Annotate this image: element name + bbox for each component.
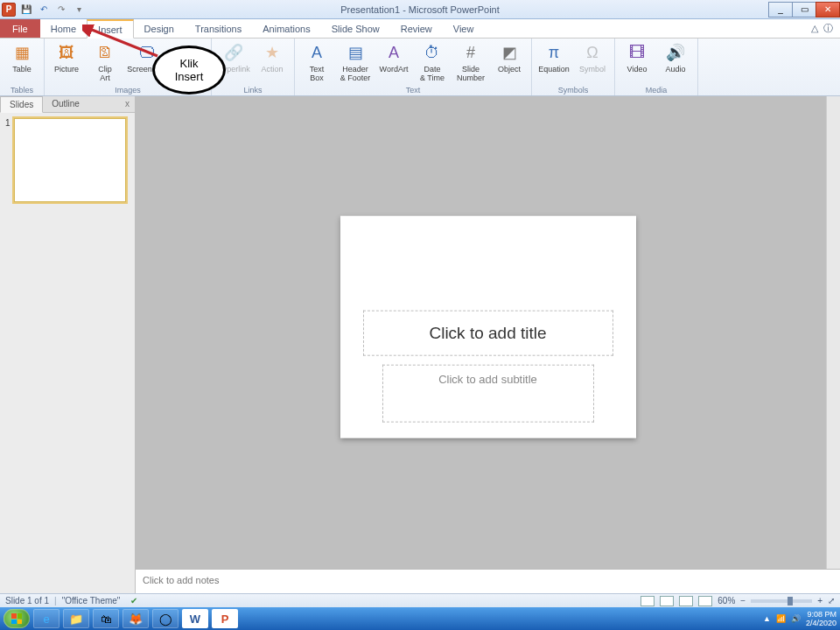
outline-tab[interactable]: Outline xyxy=(43,96,88,112)
taskbar-chrome[interactable]: ◯ xyxy=(152,609,178,628)
date-time-icon: ⏱ xyxy=(420,42,444,63)
object-button[interactable]: ◩ Object xyxy=(491,40,528,74)
picture-icon: 🖼 xyxy=(54,42,79,63)
tab-view[interactable]: View xyxy=(443,19,485,38)
fit-to-window-button[interactable]: ⤢ xyxy=(828,596,835,606)
taskbar-powerpoint[interactable]: P xyxy=(212,609,238,628)
tab-home[interactable]: Home xyxy=(40,19,87,38)
audio-icon: 🔊 xyxy=(663,42,688,63)
group-symbols: π Equation Ω Symbol Symbols xyxy=(532,38,615,95)
quick-access-toolbar: P 💾 ↶ ↷ ▾ xyxy=(0,3,86,17)
group-label-text: Text xyxy=(295,86,531,95)
textbox-icon: A xyxy=(304,42,329,63)
group-media: 🎞 Video 🔊 Audio Media xyxy=(615,38,698,95)
taskbar-explorer[interactable]: 📁 xyxy=(63,609,89,628)
textbox-button[interactable]: A Text Box xyxy=(298,40,335,82)
slide-canvas[interactable]: Click to add title Click to add subtitle xyxy=(340,216,636,438)
table-button[interactable]: ▦ Table xyxy=(4,40,40,74)
notes-pane[interactable]: Click to add notes xyxy=(136,569,840,593)
wordart-icon: A xyxy=(382,42,406,63)
action-icon: ★ xyxy=(260,42,284,63)
tab-slide-show[interactable]: Slide Show xyxy=(321,19,390,38)
tray-clock[interactable]: 9:08 PM 2/4/2020 xyxy=(806,610,836,627)
close-pane-button[interactable]: x xyxy=(120,96,135,112)
tray-volume-icon[interactable]: 🔊 xyxy=(791,614,801,623)
group-tables: ▦ Table Tables xyxy=(0,38,45,95)
tab-animations[interactable]: Animations xyxy=(252,19,320,38)
normal-view-button[interactable] xyxy=(640,596,654,606)
annotation-arrow xyxy=(82,24,161,60)
spellcheck-icon[interactable]: ✔ xyxy=(130,596,137,606)
date-time-button[interactable]: ⏱ Date & Time xyxy=(414,40,451,82)
wordart-button[interactable]: A WordArt xyxy=(375,40,412,74)
tab-file[interactable]: File xyxy=(0,19,40,38)
taskbar-store[interactable]: 🛍 xyxy=(93,609,119,628)
zoom-in-button[interactable]: + xyxy=(817,596,822,606)
redo-icon[interactable]: ↷ xyxy=(54,3,68,17)
video-button[interactable]: 🎞 Video xyxy=(619,40,655,74)
slide-number-button[interactable]: # Slide Number xyxy=(452,40,489,82)
maximize-button[interactable]: ▭ xyxy=(792,2,816,18)
video-icon: 🎞 xyxy=(625,42,649,63)
taskbar-ie[interactable]: e xyxy=(33,609,60,628)
slide-editor: Click to add title Click to add subtitle… xyxy=(136,96,840,593)
ribbon-help[interactable]: △ ⓘ xyxy=(804,19,840,38)
zoom-percent: 60% xyxy=(718,596,735,606)
group-label-links: Links xyxy=(212,86,294,95)
zoom-out-button[interactable]: − xyxy=(740,596,746,606)
tab-review[interactable]: Review xyxy=(390,19,443,38)
minimize-button[interactable]: _ xyxy=(768,2,793,18)
tray-network-icon[interactable]: 📶 xyxy=(776,614,786,623)
undo-icon[interactable]: ↶ xyxy=(37,3,51,17)
table-icon: ▦ xyxy=(10,42,34,63)
group-label-symbols: Symbols xyxy=(532,86,614,95)
svg-line-0 xyxy=(88,28,158,56)
equation-button[interactable]: π Equation xyxy=(536,40,572,74)
minimize-ribbon-icon[interactable]: △ xyxy=(811,23,818,34)
theme-name: "Office Theme" xyxy=(62,596,121,606)
taskbar-word[interactable]: W xyxy=(182,609,208,628)
system-tray: ▲ 📶 🔊 9:08 PM 2/4/2020 xyxy=(763,610,836,627)
slides-pane: Slides Outline x 1 xyxy=(0,96,136,593)
window-titlebar: P 💾 ↶ ↷ ▾ Presentation1 - Microsoft Powe… xyxy=(0,0,840,19)
tab-transitions[interactable]: Transitions xyxy=(185,19,252,38)
zoom-slider[interactable] xyxy=(751,599,812,603)
workspace: Slides Outline x 1 Click to add title Cl… xyxy=(0,96,840,593)
windows-taskbar: e 📁 🛍 🦊 ◯ W P ▲ 📶 🔊 9:08 PM 2/4/2020 xyxy=(0,607,840,630)
subtitle-placeholder[interactable]: Click to add subtitle xyxy=(382,365,594,423)
header-footer-icon: ▤ xyxy=(343,42,368,63)
app-icon: P xyxy=(2,3,16,17)
object-icon: ◩ xyxy=(497,42,522,63)
save-icon[interactable]: 💾 xyxy=(19,3,33,17)
start-button[interactable] xyxy=(4,609,30,628)
hyperlink-icon: 🔗 xyxy=(221,42,246,63)
header-footer-button[interactable]: ▤ Header & Footer xyxy=(337,40,374,82)
audio-button[interactable]: 🔊 Audio xyxy=(657,40,694,74)
taskbar-firefox[interactable]: 🦊 xyxy=(122,609,149,628)
slide-counter: Slide 1 of 1 xyxy=(5,596,49,606)
picture-button[interactable]: 🖼 Picture xyxy=(48,40,85,74)
symbol-button: Ω Symbol xyxy=(574,40,611,74)
annotation-callout: Klik Insert xyxy=(152,46,226,94)
reading-view-button[interactable] xyxy=(679,596,693,606)
slideshow-view-button[interactable] xyxy=(698,596,712,606)
help-icon[interactable]: ⓘ xyxy=(823,22,833,35)
status-bar: Slide 1 of 1 | "Office Theme" ✔ 60% − + … xyxy=(0,593,840,607)
slide-thumbnail-1[interactable]: 1 xyxy=(5,118,130,202)
group-text: A Text Box ▤ Header & Footer A WordArt ⏱… xyxy=(295,38,532,95)
vertical-scrollbar[interactable] xyxy=(826,96,840,569)
equation-icon: π xyxy=(542,42,566,63)
window-title: Presentation1 - Microsoft PowerPoint xyxy=(340,4,500,15)
group-label-media: Media xyxy=(615,86,697,95)
group-label-tables: Tables xyxy=(0,86,44,95)
slide-number-icon: # xyxy=(458,42,483,63)
windows-logo-icon xyxy=(11,613,22,624)
qat-dropdown-icon[interactable]: ▾ xyxy=(72,3,86,17)
action-button: ★ Action xyxy=(254,40,290,74)
sorter-view-button[interactable] xyxy=(660,596,674,606)
thumbnail-preview[interactable] xyxy=(14,118,126,202)
slides-tab[interactable]: Slides xyxy=(0,96,43,113)
title-placeholder[interactable]: Click to add title xyxy=(363,311,613,356)
close-button[interactable]: ✕ xyxy=(816,2,840,18)
tray-flag-icon[interactable]: ▲ xyxy=(763,614,771,623)
